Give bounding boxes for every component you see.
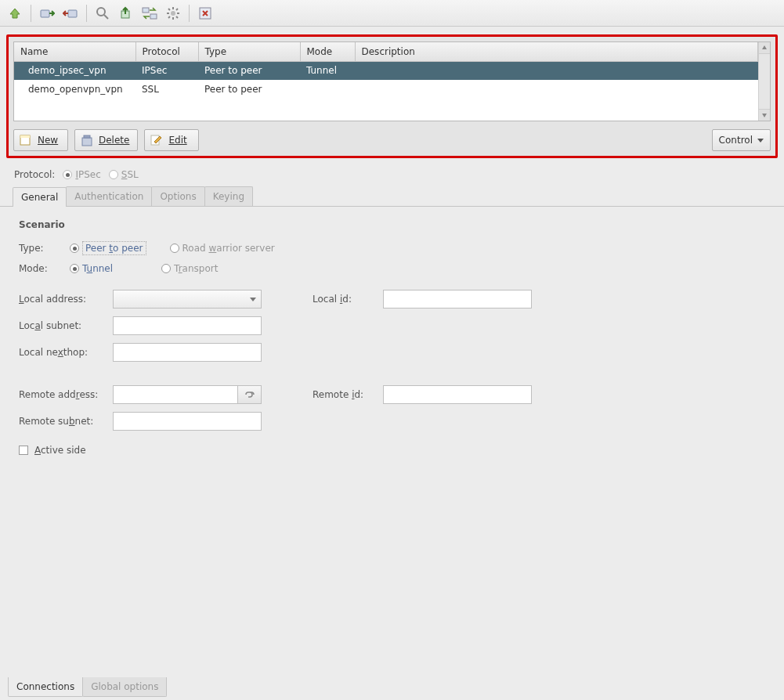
svg-point-2 — [97, 8, 105, 16]
svg-line-3 — [104, 15, 108, 19]
local-id-label: Local id: — [313, 294, 383, 305]
protocol-ipsec-radio[interactable]: IPSec — [63, 169, 100, 180]
delete-button[interactable]: Delete — [74, 129, 138, 151]
vpn-connections-panel: Name Protocol Type Mode Description demo… — [6, 34, 778, 158]
remote-id-input[interactable] — [383, 385, 532, 404]
mode-tunnel-radio[interactable]: Tunnel — [70, 263, 113, 274]
active-side-row: Active side — [19, 445, 765, 456]
svg-rect-5 — [143, 8, 149, 13]
radio-icon — [109, 170, 118, 179]
table-row[interactable]: demo_ipsec_vpn IPSec Peer to peer Tunnel — [14, 61, 758, 80]
mode-transport-radio[interactable]: Transport — [161, 263, 218, 274]
separator — [189, 5, 190, 22]
svg-rect-19 — [82, 138, 92, 146]
local-address-combo[interactable] — [113, 290, 262, 309]
cell-description — [355, 61, 758, 80]
svg-rect-6 — [150, 14, 157, 19]
svg-line-13 — [176, 16, 178, 18]
radio-icon — [170, 244, 179, 253]
bottom-tab-connections[interactable]: Connections — [8, 677, 83, 697]
tab-options[interactable]: Options — [151, 186, 204, 206]
bottom-tab-global-options[interactable]: Global options — [82, 677, 167, 697]
col-description[interactable]: Description — [355, 42, 758, 61]
control-button[interactable]: Control — [712, 129, 771, 151]
server-in-icon[interactable] — [37, 3, 57, 23]
cell-name: demo_ipsec_vpn — [14, 61, 135, 80]
main-toolbar — [0, 0, 784, 27]
svg-rect-0 — [41, 10, 49, 17]
svg-line-14 — [168, 16, 170, 18]
svg-line-15 — [176, 9, 178, 10]
svg-rect-18 — [20, 135, 30, 138]
server-out-icon[interactable] — [60, 3, 81, 23]
mode-row: Mode: Tunnel Transport — [19, 263, 765, 274]
delete-button-label: Delete — [99, 135, 129, 146]
local-subnet-input[interactable] — [113, 316, 262, 335]
protocol-ssl-radio[interactable]: SSL — [109, 169, 139, 180]
tab-content-general: Scenario Type: Peer to peer Road warrior… — [0, 207, 784, 468]
remote-subnet-input[interactable] — [113, 412, 262, 431]
settings-tabbar: General Authentication Options Keying — [0, 185, 784, 207]
cell-description — [355, 80, 758, 99]
cell-mode: Tunnel — [300, 61, 355, 80]
type-peer-radio[interactable]: Peer to peer — [70, 241, 146, 255]
scroll-up-icon[interactable] — [759, 42, 770, 54]
control-button-label: Control — [719, 135, 753, 146]
scroll-down-icon[interactable] — [759, 109, 770, 121]
link-icon[interactable] — [238, 385, 262, 404]
col-mode[interactable]: Mode — [300, 42, 355, 61]
new-button-label: New — [38, 135, 58, 146]
local-nexthop-input[interactable] — [113, 343, 262, 362]
local-id-input[interactable] — [383, 290, 532, 309]
col-name[interactable]: Name — [14, 42, 135, 61]
type-roadwarrior-radio[interactable]: Road warrior server — [170, 243, 275, 254]
remote-address-label: Remote address: — [19, 389, 113, 400]
cell-mode — [300, 80, 355, 99]
remote-subnet-label: Remote subnet: — [19, 416, 113, 427]
gear-icon[interactable] — [163, 3, 183, 23]
active-side-label: Active side — [34, 445, 86, 456]
tab-general[interactable]: General — [13, 187, 67, 207]
chevron-down-icon — [757, 139, 764, 143]
protocol-row: Protocol: IPSec SSL — [0, 161, 784, 185]
col-protocol[interactable]: Protocol — [135, 42, 198, 61]
scenario-title: Scenario — [19, 219, 765, 230]
separator — [86, 5, 87, 22]
mode-label: Mode: — [19, 263, 62, 274]
svg-rect-1 — [68, 10, 77, 17]
radio-icon — [63, 170, 72, 179]
svg-line-12 — [168, 9, 170, 10]
export-icon[interactable] — [116, 3, 136, 23]
edit-button-label: Edit — [168, 135, 186, 146]
cell-name: demo_openvpn_vpn — [14, 80, 135, 99]
radio-icon — [70, 244, 79, 253]
window-close-icon[interactable] — [195, 3, 215, 23]
tab-keying[interactable]: Keying — [204, 186, 253, 206]
radio-icon — [161, 264, 171, 273]
separator — [31, 5, 31, 22]
local-address-label: Local address: — [19, 294, 113, 305]
active-side-checkbox[interactable] — [19, 446, 28, 455]
svg-point-7 — [171, 11, 175, 16]
local-subnet-label: Local subnet: — [19, 320, 113, 331]
connections-table[interactable]: Name Protocol Type Mode Description demo… — [14, 42, 758, 99]
address-grid: Local address: Local id: Local subnet: L… — [19, 290, 765, 362]
exchange-icon[interactable] — [139, 3, 160, 23]
local-nexthop-label: Local nexthop: — [19, 347, 113, 358]
remote-grid: Remote address: Remote id: Remote subnet… — [19, 385, 765, 431]
tab-authentication[interactable]: Authentication — [66, 186, 152, 206]
bottom-tabbar: Connections Global options — [8, 677, 166, 697]
col-type[interactable]: Type — [198, 42, 300, 61]
edit-button[interactable]: Edit — [144, 129, 199, 151]
table-scrollbar[interactable] — [758, 42, 770, 121]
action-buttons-row: New Delete Edit Control — [13, 129, 771, 151]
type-label: Type: — [19, 243, 62, 254]
svg-rect-20 — [84, 135, 90, 138]
table-row[interactable]: demo_openvpn_vpn SSL Peer to peer — [14, 80, 758, 99]
remote-address-input[interactable] — [113, 385, 238, 404]
cell-type: Peer to peer — [198, 80, 300, 99]
home-up-icon[interactable] — [5, 3, 25, 23]
new-button[interactable]: New — [13, 129, 68, 151]
search-icon[interactable] — [92, 3, 113, 23]
cell-protocol: IPSec — [135, 61, 198, 80]
